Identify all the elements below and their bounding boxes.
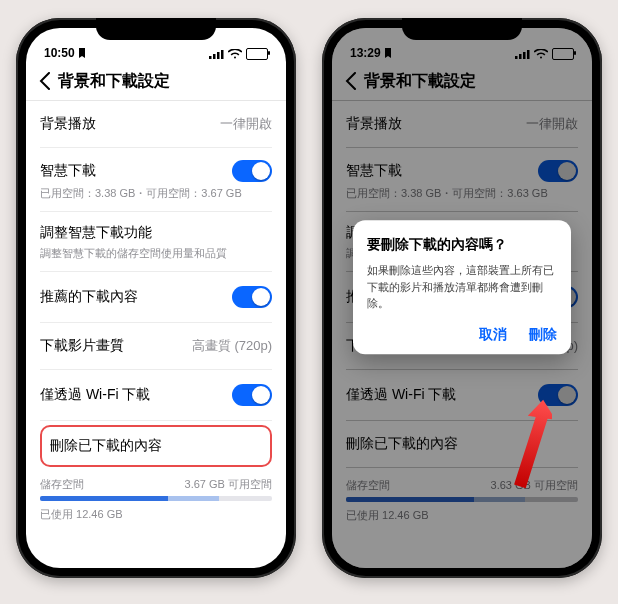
row-adjust[interactable]: 調整智慧下載功能 (40, 224, 152, 242)
svg-rect-2 (217, 52, 220, 59)
row-delete-label: 刪除已下載的內容 (50, 437, 162, 453)
storage-used-label: 已使用 12.46 GB (40, 501, 272, 522)
row-wifi-only: 僅透過 Wi-Fi 下載 (40, 386, 150, 404)
row-delete-downloads[interactable]: 刪除已下載的內容 (40, 425, 272, 467)
svg-rect-0 (209, 56, 212, 59)
toggle-smart-dl[interactable] (232, 160, 272, 182)
row-recommend: 推薦的下載內容 (40, 288, 138, 306)
toggle-wifi-only[interactable] (232, 384, 272, 406)
back-icon[interactable] (36, 72, 54, 90)
row-quality[interactable]: 下載影片畫質 (40, 337, 124, 355)
row-adjust-sub: 調整智慧下載的儲存空間使用量和品質 (40, 246, 272, 272)
phone-left: 10:50 (16, 18, 296, 578)
wifi-icon (228, 49, 242, 59)
toggle-recommend[interactable] (232, 286, 272, 308)
page-title: 背景和下載設定 (58, 71, 170, 92)
storage-head-right: 3.67 GB 可用空間 (185, 477, 272, 492)
confirm-dialog: 要刪除下載的內容嗎？ 如果刪除這些內容，這部裝置上所有已下載的影片和播放清單都將… (353, 220, 571, 354)
svg-rect-3 (221, 50, 224, 59)
dialog-title: 要刪除下載的內容嗎？ (367, 236, 557, 254)
navbar: 背景和下載設定 (26, 62, 286, 101)
row-smart-dl-sub: 已用空間：3.38 GB・可用空間：3.67 GB (40, 186, 272, 212)
row-smart-dl: 智慧下載 (40, 162, 96, 180)
clock: 10:50 (44, 46, 75, 60)
svg-rect-1 (213, 54, 216, 59)
row-quality-value: 高畫質 (720p) (192, 337, 272, 355)
row-bg-play[interactable]: 背景播放 (40, 115, 96, 133)
dialog-confirm-button[interactable]: 刪除 (529, 326, 557, 344)
battery-icon (246, 48, 268, 60)
notch (96, 18, 216, 40)
dialog-body: 如果刪除這些內容，這部裝置上所有已下載的影片和播放清單都將會遭到刪除。 (367, 262, 557, 312)
storage-head-left: 儲存空間 (40, 477, 84, 492)
bookmark-icon (78, 48, 86, 58)
cellular-icon (209, 49, 224, 59)
row-bg-play-value: 一律開啟 (220, 115, 272, 133)
phone-right: 13:29 (322, 18, 602, 578)
dialog-cancel-button[interactable]: 取消 (479, 326, 507, 344)
